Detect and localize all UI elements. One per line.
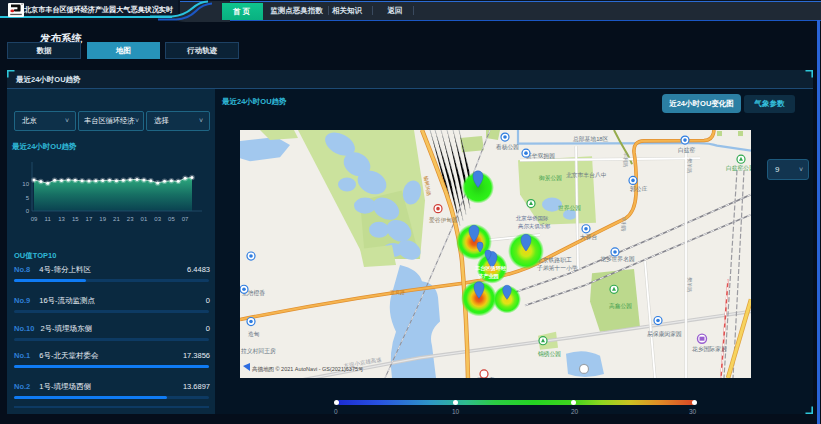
svg-text:大葆台: 大葆台	[580, 234, 598, 241]
svg-text:07: 07	[182, 216, 189, 222]
svg-text:丰利路: 丰利路	[622, 152, 629, 167]
svg-text:10: 10	[22, 181, 29, 187]
svg-text:11: 11	[45, 216, 52, 222]
svg-text:拉义村回王房: 拉义村回王房	[241, 347, 276, 355]
svg-text:郭公庄: 郭公庄	[630, 185, 648, 193]
svg-text:花乡世界名园: 花乡世界名园	[600, 256, 635, 263]
svg-text:高鑫公园: 高鑫公园	[609, 303, 632, 310]
svg-text:01: 01	[141, 216, 148, 222]
svg-text:丰台区循环经: 丰台区循环经	[474, 265, 507, 272]
svg-text:锦绣公园: 锦绣公园	[537, 350, 561, 358]
svg-text:子弟第十一小学: 子弟第十一小学	[537, 265, 578, 272]
svg-text:易保康闵家园: 易保康闵家园	[647, 331, 682, 338]
svg-text:樊羊路: 樊羊路	[686, 277, 693, 292]
svg-text:爱谷伊甸园: 爱谷伊甸园	[429, 216, 458, 224]
svg-text:03: 03	[154, 216, 161, 222]
svg-text:樊羊路: 樊羊路	[686, 158, 693, 173]
svg-text:23: 23	[127, 216, 134, 222]
svg-text:丰利路: 丰利路	[620, 217, 627, 232]
svg-text:白盆窑公园: 白盆窑公园	[726, 164, 751, 172]
svg-text:高尔夫俱乐部: 高尔夫俱乐部	[518, 223, 550, 230]
svg-text:总部基地18区: 总部基地18区	[572, 135, 609, 143]
svg-text:看杨公园: 看杨公园	[495, 143, 519, 151]
svg-text:09: 09	[31, 216, 38, 222]
svg-text:济产业园: 济产业园	[477, 273, 499, 280]
svg-text:05: 05	[168, 216, 175, 222]
svg-text:19: 19	[99, 216, 106, 222]
svg-text:造甸: 造甸	[248, 331, 260, 337]
svg-text:白盆窑: 白盆窑	[678, 146, 696, 154]
svg-text:高德地图 © 2021 AutoNavi - GS(2021: 高德地图 © 2021 AutoNavi - GS(2021)6375号	[252, 366, 364, 373]
svg-text:5: 5	[26, 195, 30, 201]
svg-text:北京市丰台八中: 北京市丰台八中	[566, 172, 607, 179]
svg-text:花乡国际家居: 花乡国际家居	[692, 345, 727, 353]
svg-text:21: 21	[113, 216, 120, 222]
svg-text:世界公园: 世界公园	[558, 205, 581, 212]
svg-text:17: 17	[86, 216, 93, 222]
svg-text:15: 15	[72, 216, 79, 222]
svg-text:13: 13	[58, 216, 65, 222]
svg-text:0: 0	[26, 208, 30, 214]
svg-text:京良路: 京良路	[390, 289, 405, 296]
svg-text:御景公园: 御景公园	[538, 175, 562, 182]
svg-text:北京华侨国际: 北京华侨国际	[515, 215, 549, 222]
